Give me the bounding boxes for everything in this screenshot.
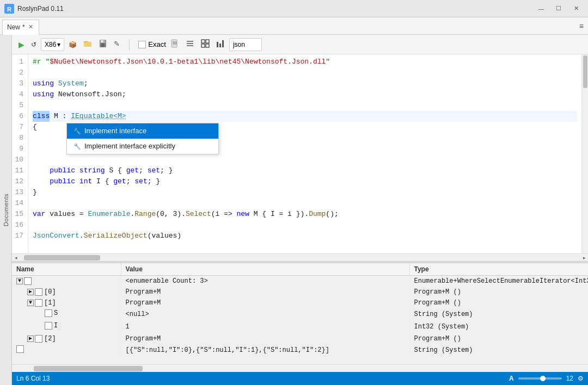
code-line-11: public string S { get; set; } bbox=[33, 165, 577, 176]
node-icon-5 bbox=[35, 335, 42, 343]
svg-rect-17 bbox=[201, 40, 205, 43]
close-button[interactable]: ✕ bbox=[568, 3, 584, 14]
table-row: ▶ [0] Program+M Program+M () bbox=[12, 287, 588, 297]
row2-type: Program+M () bbox=[409, 297, 588, 308]
app-title: RoslynPad 0.11 bbox=[17, 5, 534, 13]
maximize-button[interactable]: ☐ bbox=[551, 3, 566, 14]
results-scroll-thumb[interactable] bbox=[34, 366, 143, 371]
code-line-3: using System; bbox=[33, 78, 577, 89]
autocomplete-item-0[interactable]: 🔧 Implement interface bbox=[67, 123, 218, 139]
zoom-thumb[interactable] bbox=[540, 376, 546, 381]
platform-selector[interactable]: X86 ▾ bbox=[41, 38, 64, 51]
code-line-10 bbox=[33, 154, 577, 165]
code-editor[interactable]: #r "$NuGet\Newtonsoft.Json\10.0.1-beta1\… bbox=[28, 54, 581, 253]
code-line-17: JsonConvert.SerializeObject(values) bbox=[33, 231, 577, 241]
output-grid-button[interactable] bbox=[199, 38, 212, 52]
save-icon bbox=[99, 39, 107, 49]
tab-close-button[interactable]: ✕ bbox=[27, 23, 34, 30]
code-line-5 bbox=[33, 100, 577, 111]
code-line-13: } bbox=[33, 187, 577, 198]
output-chart-icon bbox=[216, 39, 225, 49]
col-type: Type bbox=[409, 263, 588, 276]
exact-checkbox[interactable] bbox=[138, 41, 146, 48]
expand-icon-5[interactable]: ▶ bbox=[27, 336, 34, 342]
results-panel: Name Value Type ▼ bbox=[12, 263, 588, 372]
content-area: ▶ ↺ X86 ▾ 📦 bbox=[12, 35, 588, 385]
output-format-input[interactable] bbox=[229, 38, 262, 51]
active-tab[interactable]: New * ✕ bbox=[2, 20, 39, 35]
row5-name: ▶ [2] bbox=[12, 333, 121, 344]
expand-icon-1[interactable]: ▶ bbox=[27, 289, 34, 295]
row0-name: ▼ bbox=[12, 276, 121, 287]
svg-rect-10 bbox=[171, 40, 177, 47]
hamburger-menu-button[interactable]: ≡ bbox=[577, 21, 586, 32]
scroll-left-button[interactable]: ◂ bbox=[12, 254, 20, 262]
code-line-2 bbox=[33, 67, 577, 78]
add-package-button[interactable]: 📦 bbox=[66, 38, 79, 52]
row0-type: Enumerable+WhereSelectEnumerableIterator… bbox=[409, 276, 588, 287]
node-icon-6 bbox=[16, 345, 24, 353]
line-col-indicator: Ln 6 Col 13 bbox=[16, 375, 50, 382]
scroll-right-button[interactable]: ▸ bbox=[580, 254, 588, 262]
row6-type: String (System) bbox=[409, 344, 588, 357]
node-icon-2 bbox=[35, 299, 42, 307]
exact-checkbox-area: Exact bbox=[138, 40, 166, 48]
svg-rect-8 bbox=[101, 40, 103, 42]
save-button[interactable] bbox=[96, 38, 109, 52]
svg-rect-4 bbox=[84, 42, 91, 47]
row1-value: Program+M bbox=[121, 287, 409, 297]
editor-scroll-thumb[interactable] bbox=[583, 55, 587, 88]
code-line-15: var values = Enumerable.Range(0, 3).Sele… bbox=[33, 209, 577, 220]
row4-value: 1 bbox=[121, 321, 409, 333]
tab-label: New bbox=[7, 23, 20, 31]
output-list-button[interactable] bbox=[183, 38, 197, 52]
row3-value: <null> bbox=[121, 308, 409, 321]
node-icon-1 bbox=[35, 288, 42, 296]
editor-horizontal-scrollbar[interactable]: ◂ ▸ bbox=[12, 253, 588, 261]
row1-type: Program+M () bbox=[409, 287, 588, 297]
row5-value: Program+M bbox=[121, 333, 409, 344]
expand-icon-2[interactable]: ▼ bbox=[27, 300, 34, 306]
status-bar: Ln 6 Col 13 A 12 ⚙ bbox=[12, 372, 588, 385]
editor-area: 1 2 3 4 5 6 7 8 9 10 11 12 13 14 15 16 1… bbox=[12, 54, 588, 253]
settings-icon[interactable]: ⚙ bbox=[578, 375, 584, 382]
toolbar: ▶ ↺ X86 ▾ 📦 bbox=[12, 35, 588, 54]
row4-type: Int32 (System) bbox=[409, 321, 588, 333]
table-row: ▼ <enumerable Count: 3> Enumerable+Where… bbox=[12, 276, 588, 287]
output-file-button[interactable] bbox=[168, 38, 181, 52]
minimize-button[interactable]: — bbox=[534, 3, 549, 14]
run-icon: ▶ bbox=[19, 40, 24, 49]
code-line-4: using Newtonsoft.Json; bbox=[33, 89, 577, 100]
editor-vertical-scrollbar[interactable] bbox=[581, 54, 588, 253]
autocomplete-item-1[interactable]: 🔧 Implement interface explicitly bbox=[67, 139, 218, 154]
code-line-14 bbox=[33, 198, 577, 209]
zoom-slider[interactable] bbox=[518, 377, 562, 380]
row6-name bbox=[12, 344, 121, 357]
output-chart-button[interactable] bbox=[214, 38, 227, 52]
svg-rect-20 bbox=[206, 44, 209, 47]
editor-hscroll-thumb[interactable] bbox=[24, 255, 100, 260]
table-row: ▼ [1] Program+M Program+M () bbox=[12, 297, 588, 308]
open-button[interactable] bbox=[81, 38, 94, 52]
main-layout: Documents ▶ ↺ X86 ▾ 📦 bbox=[0, 35, 588, 385]
expand-icon-0[interactable]: ▼ bbox=[16, 278, 23, 284]
row3-type: String (System) bbox=[409, 308, 588, 321]
table-row: [{"S":null,"I":0},{"S":null,"I":1},{"S":… bbox=[12, 344, 588, 357]
code-line-16 bbox=[33, 220, 577, 231]
svg-rect-23 bbox=[222, 40, 224, 47]
run-button[interactable]: ▶ bbox=[16, 38, 27, 52]
implement-explicit-icon: 🔧 bbox=[74, 141, 81, 152]
line1-code: #r "$NuGet\Newtonsoft.Json\10.0.1-beta1\… bbox=[33, 57, 330, 67]
svg-text:R: R bbox=[7, 6, 11, 13]
code-line-12: public int I { get; set; } bbox=[33, 176, 577, 187]
results-horizontal-scrollbar[interactable] bbox=[12, 364, 588, 372]
status-bar-left: Ln 6 Col 13 bbox=[16, 375, 505, 382]
row2-name: ▼ [1] bbox=[12, 297, 121, 308]
svg-rect-22 bbox=[219, 44, 221, 47]
reset-button[interactable]: ↺ bbox=[29, 38, 39, 52]
table-row: S <null> String (System) bbox=[12, 308, 588, 321]
format-button[interactable]: ✎ bbox=[112, 38, 125, 52]
autocomplete-dropdown: 🔧 Implement interface 🔧 Implement interf… bbox=[66, 123, 219, 154]
svg-rect-18 bbox=[206, 40, 209, 43]
table-row: ▶ [2] Program+M Program+M () bbox=[12, 333, 588, 344]
